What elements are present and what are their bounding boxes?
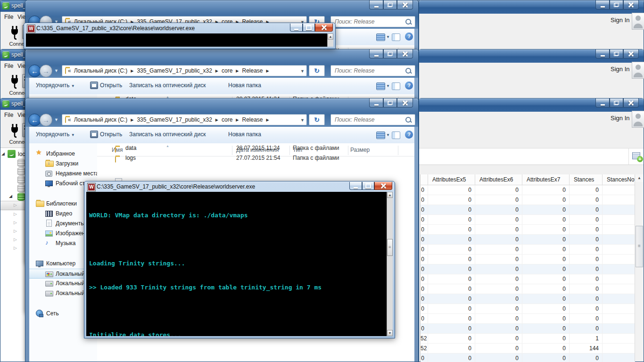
grid-cell-stances[interactable]: 0: [570, 284, 603, 294]
back-button[interactable]: ←: [28, 65, 41, 77]
grid-cell-stancesnot[interactable]: [603, 304, 635, 313]
grid-cell-stances[interactable]: 0: [570, 324, 603, 333]
burn-disc-button[interactable]: Записать на оптический диск: [129, 82, 206, 89]
close-button[interactable]: [397, 0, 413, 9]
grid-cell-attributesex6[interactable]: 0: [475, 185, 522, 195]
restore-button[interactable]: [610, 49, 623, 58]
search-input[interactable]: [334, 67, 402, 74]
scroll-up-icon[interactable]: ▲: [636, 174, 643, 182]
tree-expand-arrow[interactable]: ▷: [14, 220, 17, 225]
forward-button[interactable]: →: [40, 65, 52, 77]
breadcrumb-segment[interactable]: 335_GameSV_17_public_x32: [136, 67, 213, 74]
refresh-button[interactable]: ↻: [309, 65, 325, 76]
console-titlebar[interactable]: W C:\335_GameSV_17_public_x32\core\Relea…: [24, 23, 335, 33]
breadcrumb-overflow-chevron[interactable]: «: [67, 67, 73, 74]
grid-cell-attributesex6[interactable]: 0: [475, 205, 522, 214]
grid-header-cell[interactable]: [421, 174, 428, 185]
tree-expand-arrow[interactable]: ◢: [1, 151, 5, 156]
grid-cell-attributesex5[interactable]: 0: [428, 264, 475, 274]
nav-history-dropdown-icon[interactable]: ▼: [54, 68, 58, 73]
grid-cell-attributesex7[interactable]: 0: [522, 205, 570, 214]
scrollbar-thumb[interactable]: [636, 226, 643, 267]
grid-cell-stancesnot[interactable]: [603, 215, 635, 224]
grid-cell-attributesex6[interactable]: 0: [475, 245, 522, 254]
grid-cell-attributesex5[interactable]: 0: [428, 344, 475, 353]
grid-cell[interactable]: 0: [421, 304, 428, 313]
grid-cell-stancesnot[interactable]: [603, 185, 635, 195]
console-titlebar[interactable]: W C:\335_GameSV_17_public_x32\core\Relea…: [84, 181, 395, 192]
grid-cell-attributesex5[interactable]: 0: [428, 255, 475, 264]
grid-cell-stances[interactable]: 0: [570, 225, 603, 234]
view-dropdown-icon[interactable]: ▼: [386, 84, 390, 88]
grid-header-stancesnot[interactable]: StancesNot: [603, 174, 635, 185]
grid-cell-attributesex5[interactable]: 0: [428, 324, 475, 333]
menu-file[interactable]: File: [4, 14, 13, 20]
grid-cell-attributesex6[interactable]: 0: [475, 284, 522, 294]
grid-cell-stances[interactable]: 0: [570, 215, 603, 224]
open-button[interactable]: Открыть: [100, 82, 122, 89]
grid-cell[interactable]: 0: [421, 185, 428, 195]
grid-cell-attributesex7[interactable]: 0: [522, 264, 570, 274]
sign-in-link[interactable]: Sign In: [611, 16, 629, 24]
tree-expand-arrow[interactable]: ▷: [14, 237, 17, 242]
grid-cell-attributesex6[interactable]: 0: [475, 324, 522, 333]
grid-cell-stancesnot[interactable]: [603, 195, 635, 205]
grid-cell-stancesnot[interactable]: [603, 245, 635, 254]
grid-cell-attributesex7[interactable]: 0: [522, 235, 570, 244]
close-button[interactable]: [315, 24, 333, 32]
grid-cell-attributesex6[interactable]: 0: [475, 195, 522, 205]
sign-in-link[interactable]: Sign In: [611, 115, 629, 122]
grid-cell-attributesex5[interactable]: 0: [428, 294, 475, 304]
search-input[interactable]: [334, 18, 402, 25]
avatar[interactable]: [632, 13, 644, 30]
grid-cell-stances[interactable]: 0: [570, 304, 603, 313]
new-folder-button[interactable]: Новая папка: [228, 131, 261, 138]
grid-cell-stances[interactable]: 0: [570, 195, 603, 205]
plug-connect-icon[interactable]: [8, 123, 22, 138]
minimize-button[interactable]: [290, 24, 303, 32]
organize-button[interactable]: Упорядочить ▼: [36, 82, 75, 89]
new-folder-button[interactable]: Новая папка: [228, 82, 261, 89]
back-button[interactable]: ←: [28, 114, 41, 126]
close-button[interactable]: [397, 99, 413, 107]
grid-cell-attributesex6[interactable]: 0: [475, 354, 522, 362]
grid-cell-attributesex6[interactable]: 0: [475, 344, 522, 353]
menu-file[interactable]: File: [4, 63, 13, 69]
grid-cell-attributesex7[interactable]: 0: [522, 334, 570, 343]
grid-cell-attributesex5[interactable]: 0: [428, 195, 475, 205]
tree-expand-arrow[interactable]: ▷: [14, 203, 17, 207]
search-icon[interactable]: [405, 117, 411, 123]
menu-file[interactable]: File: [4, 112, 13, 118]
grid-cell[interactable]: 0: [421, 324, 428, 333]
scroll-up-icon[interactable]: ▲: [387, 192, 393, 198]
grid-header-attributesex7[interactable]: AttributesEx7: [522, 174, 570, 185]
grid-cell-attributesex5[interactable]: 0: [428, 245, 475, 254]
grid-cell-attributesex5[interactable]: 0: [428, 274, 475, 284]
grid-cell[interactable]: 0: [421, 255, 428, 264]
minimize-button[interactable]: [369, 99, 383, 107]
minimize-button[interactable]: [595, 0, 610, 9]
grid-cell-attributesex7[interactable]: 0: [522, 245, 570, 254]
change-view-icon[interactable]: [376, 132, 385, 139]
grid-cell-attributesex7[interactable]: 0: [522, 314, 570, 323]
sign-in-link[interactable]: Sign In: [611, 66, 629, 73]
grid-header-attributesex5[interactable]: AttributesEx5: [428, 174, 475, 185]
help-icon[interactable]: ?: [405, 33, 413, 41]
scroll-up-icon[interactable]: ▲: [328, 33, 333, 40]
avatar[interactable]: [632, 62, 644, 79]
grid-cell-stancesnot[interactable]: [603, 255, 635, 264]
grid-cell[interactable]: 0: [421, 205, 428, 214]
maximize-button[interactable]: [303, 24, 315, 32]
add-record-icon[interactable]: [632, 152, 640, 159]
grid-cell-attributesex7[interactable]: 0: [522, 284, 570, 294]
grid-cell-attributesex5[interactable]: 0: [428, 185, 475, 195]
grid-cell-attributesex7[interactable]: 0: [522, 344, 570, 353]
grid-cell-attributesex5[interactable]: 0: [428, 314, 475, 323]
grid-cell-stances[interactable]: 0: [570, 314, 603, 323]
restore-button[interactable]: [610, 99, 623, 107]
close-button[interactable]: [623, 99, 639, 107]
grid-cell-attributesex7[interactable]: 0: [522, 225, 570, 234]
preview-pane-icon[interactable]: [392, 82, 400, 90]
grid-cell[interactable]: 0: [421, 314, 428, 323]
file-row[interactable]: logs 27.07.2015 21:54 Папка с файлами: [97, 153, 414, 163]
